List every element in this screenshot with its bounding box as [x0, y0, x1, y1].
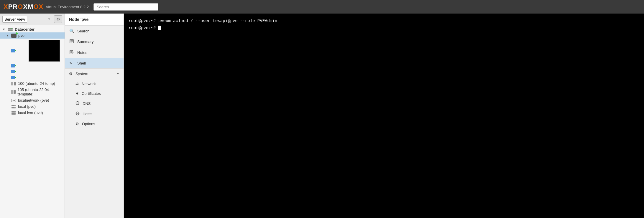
- local-label: local (pve): [18, 104, 36, 109]
- svg-point-3: [12, 29, 12, 30]
- server-view-select[interactable]: Server View: [2, 16, 27, 23]
- svg-marker-5: [15, 50, 16, 52]
- local-lvm-label: local-lvm (pve): [18, 110, 43, 115]
- node-label: pve: [18, 33, 24, 38]
- svg-marker-9: [15, 71, 16, 72]
- shell-icon: >_: [69, 61, 74, 65]
- nav-label-hosts: Hosts: [83, 112, 92, 116]
- svg-rect-15: [14, 90, 16, 94]
- nav-label-shell: Shell: [77, 61, 86, 65]
- tree-area: ▼ Datacenter ▼ pve: [0, 25, 65, 218]
- svg-rect-13: [14, 82, 16, 85]
- nav-sub-item-dns[interactable]: DNS: [65, 98, 124, 109]
- nav-item-notes[interactable]: Notes: [65, 47, 124, 58]
- nav-label-system: System: [75, 72, 88, 76]
- tree-item-local-lvm[interactable]: local-lvm (pve): [0, 110, 65, 116]
- summary-icon: [69, 39, 74, 44]
- vm-thumbnail-1: [29, 40, 60, 62]
- datacenter-icon: [7, 27, 13, 32]
- search-input[interactable]: [93, 3, 158, 11]
- svg-rect-8: [11, 70, 15, 73]
- svg-rect-19: [14, 100, 15, 101]
- nav-item-system[interactable]: ⚙ System ▼: [65, 68, 124, 79]
- svg-rect-18: [13, 100, 14, 101]
- tree-item-tmpl-105[interactable]: 105 (ubuntu-22.04-template): [0, 87, 65, 97]
- nav-label-options: Options: [82, 122, 95, 126]
- toggle-icon: ▼: [2, 28, 6, 31]
- tree-item-vm-3[interactable]: [0, 69, 65, 75]
- template-icon-100: [11, 82, 17, 86]
- nav-item-shell[interactable]: >_ Shell: [65, 58, 124, 68]
- nav-sub-item-network[interactable]: ⇄ Network: [65, 79, 124, 89]
- terminal-area[interactable]: root@pve:~# pveum aclmod / --user tesapi…: [124, 14, 644, 218]
- nav-label-certificates: Certificates: [82, 91, 101, 96]
- svg-rect-14: [11, 90, 13, 94]
- storage-icon-local: [11, 105, 17, 109]
- svg-rect-10: [11, 76, 15, 79]
- template-label-100: 100 (ubuntu-24-temp): [18, 81, 55, 86]
- dns-icon: [75, 101, 80, 106]
- svg-rect-32: [70, 50, 73, 54]
- logo: XPROXMOX Virtual Environment 8.2.2: [4, 3, 89, 11]
- main-content: root@pve:~# pveum aclmod / --user tesapi…: [124, 14, 644, 218]
- terminal-line-2: root@pve:~#: [129, 25, 639, 31]
- tree-item-tmpl-100[interactable]: 100 (ubuntu-24-temp): [0, 80, 65, 87]
- svg-rect-6: [11, 64, 15, 67]
- network-nav-icon: ⇄: [75, 82, 79, 86]
- certificates-icon: ✱: [75, 91, 79, 96]
- tree-item-vm-1[interactable]: [0, 39, 65, 63]
- main-layout: Server View ⚙ ▼ Datacenter: [0, 14, 644, 218]
- tree-item-network[interactable]: localnetwork (pve): [0, 97, 65, 103]
- tree-item-datacenter[interactable]: ▼ Datacenter: [0, 26, 65, 32]
- nav-label-summary: Summary: [77, 39, 94, 44]
- svg-point-27: [15, 113, 16, 114]
- vm-icon-3: [11, 70, 17, 74]
- topbar: XPROXMOX Virtual Environment 8.2.2: [0, 0, 644, 14]
- svg-marker-11: [15, 77, 16, 78]
- template-icon-105: [11, 90, 16, 94]
- svg-point-26: [15, 111, 16, 112]
- sidebar: Server View ⚙ ▼ Datacenter: [0, 14, 65, 218]
- vm-icon-2: [11, 64, 17, 68]
- nav-label-search: Search: [77, 29, 89, 33]
- tree-item-vm-2[interactable]: [0, 63, 65, 69]
- terminal-cursor: [158, 26, 161, 30]
- nav-item-search[interactable]: 🔍 Search: [65, 26, 124, 36]
- svg-point-22: [15, 105, 16, 106]
- options-icon: ⚙: [75, 122, 79, 126]
- svg-point-2: [12, 28, 12, 29]
- server-view-wrapper: Server View: [2, 16, 52, 23]
- node-toggle-icon: ▼: [6, 34, 9, 37]
- svg-rect-12: [11, 82, 13, 85]
- terminal-line-1: root@pve:~# pveum aclmod / --user tesapi…: [129, 18, 639, 24]
- notes-icon: [69, 50, 74, 55]
- vm-icon-4: [11, 75, 17, 80]
- tree-item-vm-4[interactable]: [0, 75, 65, 80]
- tree-item-pve[interactable]: ▼ pve: [0, 32, 65, 39]
- search-icon: 🔍: [69, 29, 74, 33]
- svg-rect-17: [12, 100, 12, 101]
- nav-sub-item-certificates[interactable]: ✱ Certificates: [65, 89, 124, 98]
- nav-sub-item-options[interactable]: ⚙ Options: [65, 119, 124, 129]
- datacenter-label: Datacenter: [15, 27, 34, 32]
- network-label: localnetwork (pve): [18, 98, 49, 103]
- template-label-105: 105 (ubuntu-22.04-template): [17, 87, 62, 96]
- tree-item-local[interactable]: local (pve): [0, 103, 65, 110]
- nav-sub-item-hosts[interactable]: Hosts: [65, 109, 124, 119]
- svg-point-23: [15, 107, 16, 108]
- nav-label-dns: DNS: [83, 101, 91, 106]
- version-text: Virtual Environment 8.2.2: [46, 5, 89, 9]
- storage-icon-local-lvm: [11, 111, 17, 115]
- system-icon: ⚙: [69, 72, 73, 76]
- node-icon: [11, 34, 17, 38]
- svg-marker-7: [15, 65, 16, 67]
- sidebar-toolbar: Server View ⚙: [0, 14, 65, 25]
- nav-label-notes: Notes: [77, 50, 87, 55]
- nav-panel-header: Node 'pve': [65, 14, 124, 26]
- svg-rect-4: [11, 49, 15, 52]
- network-icon: [11, 98, 17, 103]
- nav-item-summary[interactable]: Summary: [65, 36, 124, 47]
- gear-button[interactable]: ⚙: [54, 15, 62, 23]
- vm-icon-1: [11, 49, 17, 53]
- system-chevron: ▼: [116, 72, 119, 75]
